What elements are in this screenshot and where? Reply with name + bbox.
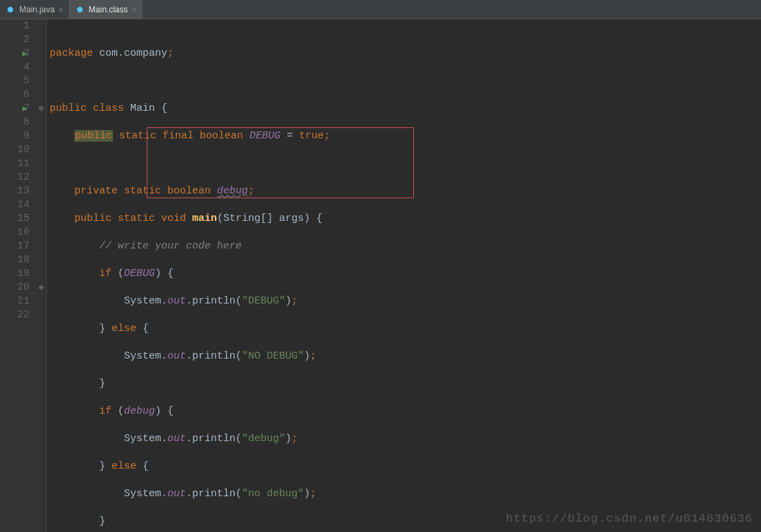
editor: 123▶4567▶⊖891011121314151617181920⊕2122 … <box>0 19 761 532</box>
gutter-line[interactable]: 18 <box>0 253 46 267</box>
gutter-line[interactable]: 1 <box>0 19 46 33</box>
tab-label: Main.class <box>89 5 128 14</box>
gutter-line[interactable]: 11 <box>0 157 46 171</box>
gutter-line[interactable]: 7▶⊖ <box>0 102 46 116</box>
tab-label: Main.java <box>19 5 54 14</box>
tab-bar: Main.java × Main.class × <box>0 0 761 19</box>
fold-open-icon[interactable]: ⊖ <box>39 102 43 116</box>
gutter-line[interactable]: 5 <box>0 74 46 88</box>
gutter-line[interactable]: 9 <box>0 129 46 143</box>
gutter-line[interactable]: 14 <box>0 198 46 212</box>
gutter-line[interactable]: 16 <box>0 226 46 240</box>
gutter: 123▶4567▶⊖891011121314151617181920⊕2122 <box>0 19 47 532</box>
gutter-line[interactable]: 4 <box>0 61 46 74</box>
tab-main-class[interactable]: Main.class × <box>70 0 143 19</box>
code-area[interactable]: package com.company; public class Main {… <box>47 19 761 532</box>
gutter-line[interactable]: 13 <box>0 184 46 198</box>
fold-close-icon[interactable]: ⊕ <box>39 281 43 295</box>
gutter-line[interactable]: 12 <box>0 171 46 184</box>
gutter-line[interactable]: 21 <box>0 295 46 308</box>
gutter-line[interactable]: 3▶ <box>0 47 46 61</box>
gutter-line[interactable]: 15 <box>0 212 46 226</box>
gutter-line[interactable]: 19 <box>0 267 46 281</box>
gutter-line[interactable]: 2 <box>0 33 46 47</box>
tab-main-java[interactable]: Main.java × <box>0 0 70 19</box>
gutter-line[interactable]: 6 <box>0 88 46 102</box>
close-icon[interactable]: × <box>132 6 136 14</box>
java-file-icon <box>6 5 15 14</box>
run-marker-icon[interactable]: ▶ <box>22 47 27 61</box>
class-file-icon <box>75 5 85 14</box>
gutter-line[interactable]: 20⊕ <box>0 281 46 295</box>
gutter-line[interactable]: 17 <box>0 240 46 253</box>
gutter-line[interactable]: 10 <box>0 143 46 157</box>
gutter-line[interactable]: 8 <box>0 116 46 129</box>
run-marker-icon[interactable]: ▶ <box>22 102 27 116</box>
gutter-line[interactable]: 22 <box>0 308 46 322</box>
watermark: https://blog.csdn.net/u014630636 <box>506 512 753 525</box>
close-icon[interactable]: × <box>59 6 63 14</box>
